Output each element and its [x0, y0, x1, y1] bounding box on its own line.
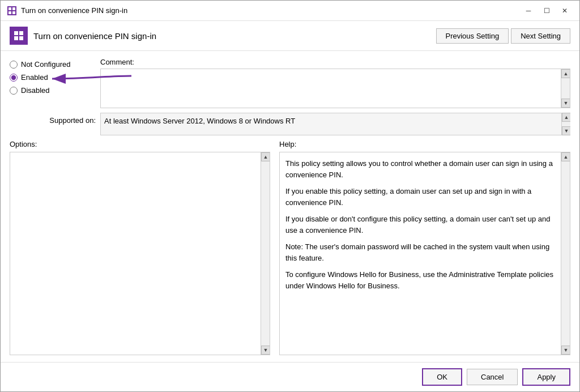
svg-rect-6: [14, 36, 18, 40]
help-para-2: If you enable this policy setting, a dom…: [285, 186, 557, 208]
options-label: Options:: [10, 140, 270, 148]
options-scroll-track: [261, 161, 270, 346]
svg-rect-7: [19, 36, 23, 40]
comment-scroll-down[interactable]: ▼: [561, 99, 570, 108]
dialog-title: Turn on convenience PIN sign-in: [33, 31, 156, 41]
supported-box: At least Windows Server 2012, Windows 8 …: [100, 113, 570, 135]
disabled-radio[interactable]: [10, 87, 18, 95]
window-icon: [7, 6, 16, 15]
supported-value: At least Windows Server 2012, Windows 8 …: [104, 117, 295, 125]
comment-section: Comment: ▲ ▼: [100, 58, 570, 108]
svg-rect-5: [19, 31, 23, 35]
supported-wrapper: At least Windows Server 2012, Windows 8 …: [100, 113, 570, 135]
help-para-5: To configure Windows Hello for Business,…: [285, 269, 557, 291]
header-policy-icon: [13, 30, 24, 41]
supported-label: Supported on:: [10, 113, 100, 125]
options-scroll-down[interactable]: ▼: [261, 346, 270, 355]
help-para-4: Note: The user's domain password will be…: [285, 241, 557, 263]
main-content: Not Configured Enabled: [1, 51, 579, 362]
footer: OK Cancel Apply: [1, 362, 579, 391]
svg-rect-2: [8, 11, 11, 14]
help-text: This policy setting allows you to contro…: [285, 158, 557, 291]
disabled-label: Disabled: [21, 86, 50, 95]
comment-scroll-track: [561, 78, 570, 99]
svg-rect-0: [8, 7, 11, 10]
bottom-section: Options: ▲ ▼ Help: This policy setting a…: [10, 140, 570, 355]
help-panel: Help: This policy setting allows you to …: [279, 140, 570, 355]
help-label: Help:: [279, 140, 570, 148]
window-title: Turn on convenience PIN sign-in: [21, 6, 127, 15]
header-icon: [10, 27, 28, 45]
title-bar: Turn on convenience PIN sign-in ─ ☐ ✕: [1, 1, 579, 21]
help-para-3: If you disable or don't configure this p…: [285, 214, 557, 236]
comment-scroll-up[interactable]: ▲: [561, 69, 570, 78]
next-setting-button[interactable]: Next Setting: [511, 28, 570, 44]
header-row: Turn on convenience PIN sign-in Previous…: [1, 21, 579, 51]
options-scrollbar: ▲ ▼: [261, 152, 270, 355]
minimize-button[interactable]: ─: [521, 5, 536, 16]
apply-button[interactable]: Apply: [522, 368, 570, 386]
supported-scroll-down[interactable]: ▼: [562, 126, 570, 135]
nav-buttons: Previous Setting Next Setting: [436, 28, 571, 44]
not-configured-label: Not Configured: [21, 60, 70, 69]
help-scroll-track: [561, 161, 570, 346]
supported-row: Supported on: At least Windows Server 20…: [10, 113, 570, 135]
comment-box-wrapper: ▲ ▼: [100, 69, 570, 108]
svg-rect-1: [12, 7, 15, 10]
options-box: ▲ ▼: [10, 152, 270, 355]
comment-input[interactable]: [101, 69, 561, 108]
comment-label: Comment:: [100, 58, 570, 66]
options-scroll-up[interactable]: ▲: [261, 152, 270, 161]
supported-scrollbar: ▲ ▼: [561, 113, 570, 135]
top-section: Not Configured Enabled: [10, 58, 570, 108]
previous-setting-button[interactable]: Previous Setting: [436, 28, 509, 44]
cancel-button[interactable]: Cancel: [467, 369, 518, 385]
svg-rect-4: [14, 31, 18, 35]
title-bar-left: Turn on convenience PIN sign-in: [7, 6, 127, 15]
help-para-1: This policy setting allows you to contro…: [285, 158, 557, 180]
enabled-label: Enabled: [21, 73, 48, 82]
maximize-button[interactable]: ☐: [539, 5, 555, 16]
ok-button[interactable]: OK: [422, 368, 462, 386]
supported-scroll-track: [562, 122, 570, 126]
help-box: This policy setting allows you to contro…: [279, 152, 570, 355]
comment-scrollbar: ▲ ▼: [561, 69, 570, 108]
enabled-option[interactable]: Enabled: [10, 73, 100, 82]
enabled-radio[interactable]: [10, 74, 18, 82]
help-scroll-up[interactable]: ▲: [561, 152, 570, 161]
disabled-option[interactable]: Disabled: [10, 86, 100, 95]
help-scroll-down[interactable]: ▼: [561, 346, 570, 355]
close-button[interactable]: ✕: [557, 5, 573, 16]
options-panel: Options: ▲ ▼: [10, 140, 270, 355]
help-scrollbar: ▲ ▼: [561, 152, 570, 355]
header-title-section: Turn on convenience PIN sign-in: [10, 27, 156, 45]
not-configured-radio[interactable]: [10, 61, 18, 69]
not-configured-option[interactable]: Not Configured: [10, 60, 100, 69]
radio-group: Not Configured Enabled: [10, 58, 100, 108]
main-window: Turn on convenience PIN sign-in ─ ☐ ✕ Tu…: [0, 0, 580, 392]
supported-scroll-up[interactable]: ▲: [562, 113, 570, 122]
title-controls: ─ ☐ ✕: [521, 5, 573, 16]
svg-rect-3: [12, 11, 15, 14]
policy-icon: [8, 7, 16, 15]
